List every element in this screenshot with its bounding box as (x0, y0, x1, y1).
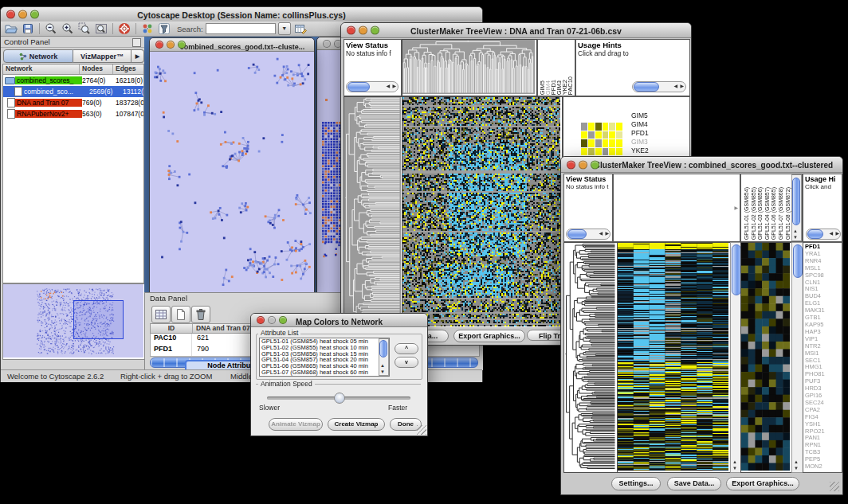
tv2-gene-label[interactable]: MON2 (805, 463, 842, 471)
birdseye-panel[interactable] (2, 283, 146, 360)
tv2-zoom-vscrollbar[interactable]: ▲ ▼ (791, 242, 803, 473)
save-icon[interactable] (21, 22, 35, 35)
tv2-collabel-vscrollbar[interactable]: ▲ ▼ (791, 174, 802, 241)
scroll-up-icon[interactable]: ▲ (732, 459, 737, 465)
scrollbar-thumb[interactable] (567, 229, 587, 239)
scroll-left-icon[interactable]: ◀ (829, 231, 833, 236)
tv2-column-label[interactable]: GPL51-07 (GSM868) (778, 187, 785, 240)
scroll-down-icon[interactable]: ▼ (380, 369, 385, 375)
move-down-button[interactable]: v (395, 357, 418, 368)
new-attribute-button[interactable] (171, 306, 190, 323)
network-tree-row[interactable]: combined_scores_2764(0)16218(0) (3, 75, 143, 86)
expand-arrow-icon[interactable]: ▶ (734, 205, 738, 210)
resize-grip[interactable] (417, 425, 426, 435)
scroll-up-icon[interactable]: ▲ (793, 229, 798, 234)
attribute-browser-icon[interactable] (293, 22, 308, 35)
data-col-id[interactable]: ID (151, 324, 193, 333)
scrollbar-thumb[interactable] (792, 178, 800, 225)
tv1-usage-hscrollbar[interactable]: ◀ ▶ (632, 81, 686, 92)
minimize-button[interactable] (579, 160, 587, 169)
create-vizmap-button[interactable]: Create Vizmap (328, 418, 385, 431)
speed-slider-thumb[interactable] (334, 393, 345, 404)
zoom-window-button[interactable] (591, 160, 599, 169)
zoom-window-button[interactable] (371, 26, 379, 35)
tv2-export-graphics-button[interactable]: Export Graphics... (726, 477, 799, 490)
tab-network[interactable]: Network (3, 49, 73, 63)
tab-overflow-arrow[interactable]: ▶ (132, 49, 144, 63)
tv1-gene-label[interactable]: GIM3 (631, 138, 652, 147)
scroll-right-icon[interactable]: ▶ (680, 84, 684, 89)
tv2-column-label[interactable]: GPL51-02 (GSM855) (751, 187, 758, 240)
minimize-button[interactable] (359, 26, 367, 35)
zoom-window-button[interactable] (279, 316, 287, 324)
close-button[interactable] (567, 160, 575, 169)
scroll-up-icon[interactable]: ▲ (794, 459, 799, 465)
close-button[interactable] (155, 41, 163, 49)
zoom-fit-icon[interactable] (94, 22, 108, 35)
help-lifesaver-icon[interactable] (117, 22, 132, 35)
tv2-column-label[interactable]: GPL51-03 (GSM856) (757, 187, 764, 240)
scroll-down-icon[interactable]: ▼ (732, 466, 737, 471)
scroll-right-icon[interactable]: ▶ (392, 84, 396, 89)
scrollbar-thumb[interactable] (807, 229, 823, 239)
scroll-up-icon[interactable]: ▲ (380, 363, 385, 369)
close-button[interactable] (6, 10, 15, 19)
zoom-out-icon[interactable] (44, 22, 58, 35)
scroll-left-icon[interactable]: ◀ (673, 84, 677, 89)
attribute-list-item[interactable]: GPL51-07 (GSM868) heat shock 60 min (260, 369, 380, 376)
zoom-in-icon[interactable] (61, 22, 75, 35)
network-view[interactable] (151, 52, 313, 292)
tv1-gene-label[interactable]: PFD1 (631, 129, 652, 138)
tv1-gene-label[interactable]: GIM5 (631, 111, 652, 120)
move-up-button[interactable]: ^ (395, 343, 418, 354)
tv2-column-label[interactable]: GPL51-01 (GSM854) (744, 187, 751, 240)
tv1-column-label[interactable]: PAC10 (567, 76, 573, 95)
tv2-save-data-button[interactable]: Save Data... (667, 477, 721, 490)
resize-grip[interactable] (830, 482, 839, 491)
delete-attribute-icon[interactable] (191, 306, 210, 323)
tv2-column-label[interactable]: GPL51-06 (GSM865) (771, 187, 778, 240)
col-network[interactable]: Network (3, 64, 80, 74)
tv1-column-dendrogram[interactable] (402, 40, 535, 94)
open-file-icon[interactable] (4, 22, 18, 35)
tv2-column-label[interactable]: GPL51-08 (GSM872) (785, 187, 792, 240)
network-tree-row[interactable]: combined_sco...2569(6)13112(15) (3, 86, 143, 97)
cytoscape-titlebar[interactable]: Cytoscape Desktop (Session Name: collins… (1, 7, 482, 22)
tv2-global-heatmap[interactable] (618, 243, 728, 471)
scroll-down-icon[interactable]: ▼ (793, 235, 798, 240)
close-button[interactable] (347, 26, 355, 35)
float-panel-icon[interactable] (132, 38, 141, 47)
network-tree-row[interactable]: RNAPuberNov2+563(0)107847(0) (3, 108, 143, 119)
attribute-list-vscrollbar[interactable]: ▲ ▼ (379, 338, 389, 376)
scrollbar-thumb[interactable] (379, 340, 387, 357)
scroll-left-icon[interactable]: ◀ (386, 84, 390, 89)
scrollbar-thumb[interactable] (347, 82, 370, 92)
search-dropdown-button[interactable]: ▼ (278, 22, 291, 35)
treeview1-titlebar[interactable]: ClusterMaker TreeView : DNA and Tran 07-… (341, 23, 691, 38)
vizmapper-icon[interactable] (140, 22, 155, 35)
scrollbar-thumb[interactable] (793, 244, 803, 278)
scroll-right-icon[interactable]: ▶ (605, 231, 609, 236)
network-tree-row[interactable]: DNA and Tran 07769(0)183728(0) (3, 97, 143, 108)
close-button[interactable] (323, 40, 331, 48)
attribute-list[interactable]: GPL51-01 (GSM854) heat shock 05 minGPL51… (259, 338, 390, 377)
minimize-button[interactable] (268, 316, 276, 324)
tab-vizmapper[interactable]: VizMapper™ (73, 49, 132, 63)
tv1-global-heatmap[interactable] (402, 97, 560, 326)
dialog-titlebar[interactable]: Map Colors to Network (251, 314, 427, 327)
tv2-settings-button[interactable]: Settings... (611, 477, 661, 490)
animate-vizmap-button[interactable]: Animate Vizmap (269, 418, 323, 431)
birdseye-view[interactable] (3, 284, 143, 357)
zoom-selected-icon[interactable] (77, 22, 92, 35)
tv2-zoom-heatmap[interactable] (741, 243, 790, 471)
minimize-button[interactable] (167, 41, 175, 49)
col-nodes[interactable]: Nodes (80, 64, 113, 74)
search-input[interactable] (206, 23, 276, 34)
scroll-right-icon[interactable]: ▶ (835, 231, 839, 236)
tv1-gene-label[interactable]: GIM4 (631, 120, 652, 129)
tv1-export-graphics-button[interactable]: Export Graphics... (453, 330, 525, 342)
col-edges[interactable]: Edges (113, 64, 142, 74)
tv1-status-hscrollbar[interactable]: ◀ ▶ (346, 81, 398, 92)
tv1-gene-label[interactable]: YKE2 (631, 147, 652, 155)
close-button[interactable] (257, 316, 265, 324)
